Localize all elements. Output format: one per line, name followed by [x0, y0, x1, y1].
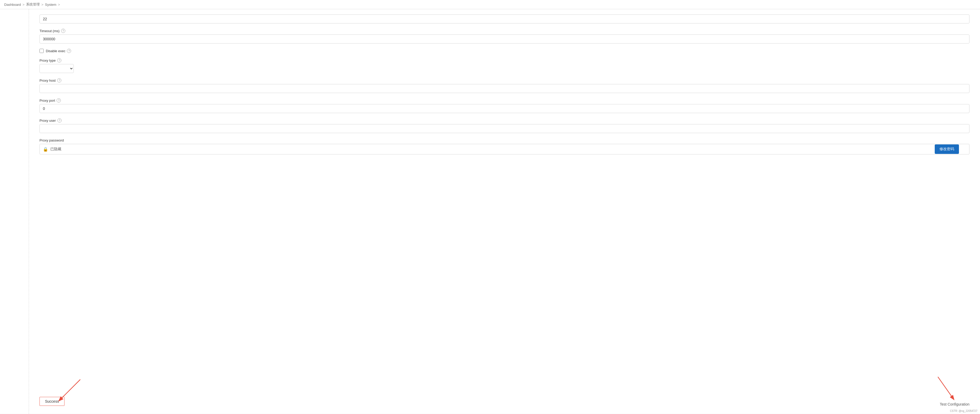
svg-line-1	[938, 377, 954, 399]
disable-exec-help-icon[interactable]: ?	[67, 49, 71, 53]
breadcrumb-dashboard[interactable]: Dashboard	[4, 3, 21, 6]
proxy-password-hidden-text: 已隐藏	[50, 147, 61, 152]
proxy-user-input[interactable]	[40, 124, 969, 133]
sidebar	[0, 9, 29, 414]
proxy-type-help-icon[interactable]: ?	[57, 58, 61, 62]
proxy-type-label: Proxy type ?	[40, 58, 969, 62]
breadcrumb: Dashboard > 系统管理 > System >	[0, 0, 980, 9]
proxy-user-help-icon[interactable]: ?	[57, 118, 62, 123]
proxy-password-section: 🔒 已隐藏 修改密码	[40, 144, 969, 154]
timeout-label: Timeout (ms) ?	[40, 29, 969, 33]
lock-icon: 🔒	[43, 147, 48, 152]
breadcrumb-sep-2: >	[41, 3, 43, 6]
proxy-password-label: Proxy password	[40, 138, 969, 142]
breadcrumb-system-mgmt[interactable]: 系统管理	[26, 2, 40, 7]
proxy-port-input[interactable]: 0	[40, 104, 969, 113]
breadcrumb-sep-3: >	[58, 3, 60, 6]
proxy-host-input[interactable]	[40, 84, 969, 93]
timeout-help-icon[interactable]: ?	[61, 29, 65, 33]
main-content: 22 Timeout (ms) ? 300000 Disable exec ?	[29, 9, 980, 414]
timeout-group: Timeout (ms) ? 300000	[40, 29, 969, 43]
proxy-port-help-icon[interactable]: ?	[57, 98, 61, 102]
port-group: 22	[40, 14, 969, 24]
proxy-type-select[interactable]	[40, 64, 74, 73]
disable-exec-group: Disable exec ?	[40, 49, 969, 53]
proxy-port-group: Proxy port ? 0	[40, 98, 969, 113]
disable-exec-label: Disable exec ?	[46, 49, 71, 53]
proxy-user-group: Proxy user ?	[40, 118, 969, 133]
proxy-port-label: Proxy port ?	[40, 98, 969, 102]
proxy-password-group: Proxy password 🔒 已隐藏 修改密码	[40, 138, 969, 154]
success-badge: Success	[40, 397, 65, 406]
timeout-input[interactable]: 300000	[40, 35, 969, 43]
proxy-user-label: Proxy user ?	[40, 118, 969, 123]
breadcrumb-system[interactable]: System	[45, 3, 56, 6]
breadcrumb-sep-1: >	[23, 3, 25, 6]
test-configuration-link[interactable]: Test Configuration	[940, 402, 969, 406]
proxy-password-row: 🔒 已隐藏	[40, 144, 969, 154]
proxy-type-group: Proxy type ?	[40, 58, 969, 73]
proxy-host-group: Proxy host ?	[40, 78, 969, 93]
proxy-host-help-icon[interactable]: ?	[57, 78, 61, 83]
port-input[interactable]: 22	[40, 14, 969, 24]
bottom-note: CSTR: @ng_22054727	[950, 409, 977, 412]
disable-exec-checkbox[interactable]	[40, 49, 44, 53]
change-password-button[interactable]: 修改密码	[935, 144, 959, 154]
proxy-host-label: Proxy host ?	[40, 78, 969, 83]
